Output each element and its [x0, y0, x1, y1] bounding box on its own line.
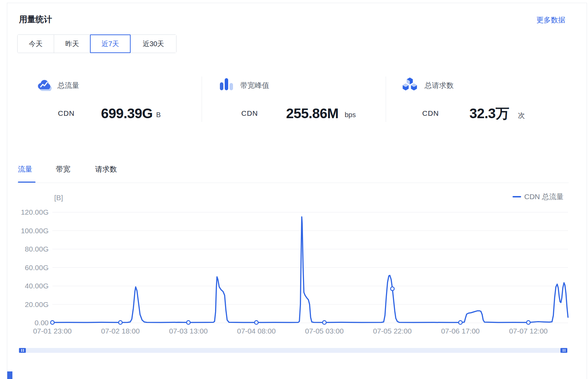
- svg-text:60.00G: 60.00G: [25, 264, 49, 272]
- stat-label-traffic: 总流量: [58, 81, 79, 90]
- requests-cubes-icon: [402, 76, 418, 92]
- range-button-30days[interactable]: 近30天: [130, 35, 176, 53]
- cloud-traffic-icon: [36, 77, 52, 93]
- pause-icon: [21, 349, 22, 352]
- svg-text:07-03 13:00: 07-03 13:00: [169, 327, 208, 335]
- stat-product: CDN: [422, 109, 439, 117]
- svg-text:07-04 08:00: 07-04 08:00: [237, 327, 276, 335]
- tab-divider: [17, 183, 569, 183]
- stat-unit: 次: [518, 111, 525, 120]
- stat-value-requests: 32.3万: [469, 106, 509, 120]
- svg-text:40.00G: 40.00G: [25, 282, 49, 290]
- stat-value-bandwidth: 255.86M: [286, 106, 338, 120]
- stat-divider: [202, 76, 202, 122]
- tab-traffic[interactable]: 流量: [18, 164, 32, 174]
- svg-text:20.00G: 20.00G: [25, 300, 49, 308]
- range-button-today[interactable]: 今天: [18, 35, 54, 53]
- date-range-group: 今天 昨天 近7天 近30天: [17, 34, 176, 53]
- stat-value-traffic: 699.39G: [101, 106, 153, 120]
- next-section-partial-block: [7, 371, 12, 379]
- stat-product: CDN: [58, 109, 75, 117]
- svg-text:0.00: 0.00: [34, 319, 49, 327]
- stat-unit: B: [156, 111, 161, 119]
- svg-text:07-01 23:00: 07-01 23:00: [33, 327, 72, 335]
- page-title: 用量统计: [19, 14, 52, 25]
- range-button-yesterday[interactable]: 昨天: [54, 35, 90, 53]
- slider-right-handle[interactable]: [560, 348, 567, 353]
- stat-product: CDN: [241, 109, 258, 117]
- svg-text:120.00G: 120.00G: [21, 208, 49, 216]
- stat-unit: bps: [345, 111, 356, 119]
- pause-icon: [565, 349, 565, 352]
- bandwidth-bars-icon: [218, 76, 234, 92]
- range-button-7days[interactable]: 近7天: [90, 34, 131, 53]
- svg-text:07-07 12:00: 07-07 12:00: [509, 327, 548, 335]
- slider-left-handle[interactable]: [19, 348, 26, 353]
- tab-requests[interactable]: 请求数: [95, 164, 117, 174]
- tab-bandwidth[interactable]: 带宽: [56, 164, 70, 174]
- svg-text:[B]: [B]: [54, 194, 63, 202]
- stat-divider: [386, 76, 386, 122]
- svg-text:07-05 22:00: 07-05 22:00: [373, 327, 412, 335]
- pause-icon: [563, 349, 564, 352]
- more-data-link[interactable]: 更多数据: [536, 15, 565, 25]
- svg-text:07-05 03:00: 07-05 03:00: [305, 327, 344, 335]
- traffic-line-chart[interactable]: 120.00G100.00G80.00G60.00G40.00G20.00G0.…: [0, 186, 588, 345]
- pause-icon: [23, 349, 24, 352]
- svg-text:07-02 18:00: 07-02 18:00: [101, 327, 140, 335]
- chart-range-slider-track[interactable]: [19, 348, 567, 353]
- svg-text:07-06 17:00: 07-06 17:00: [441, 327, 480, 335]
- stat-label-bandwidth: 带宽峰值: [240, 81, 269, 90]
- svg-text:80.00G: 80.00G: [25, 245, 49, 253]
- svg-text:100.00G: 100.00G: [21, 227, 49, 235]
- stat-label-requests: 总请求数: [425, 81, 454, 90]
